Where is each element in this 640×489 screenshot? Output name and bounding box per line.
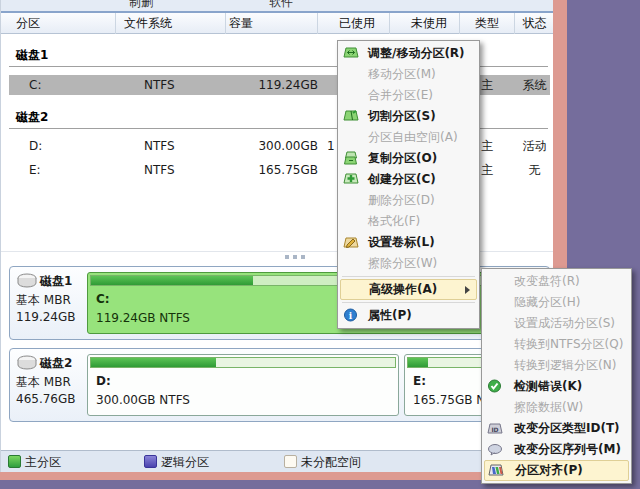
menu-item-wipe-partition: 擦除分区(W) xyxy=(338,253,479,274)
submenu-item-change-serial-number[interactable]: 改变分区序列号(M) xyxy=(482,439,631,460)
partition-block-label: D: xyxy=(96,374,111,388)
capacity-value: 165.75GB xyxy=(226,160,318,180)
menu-separator xyxy=(342,302,475,303)
menu-item-set-label[interactable]: 设置卷标(L) xyxy=(338,232,479,253)
toolbar-fragment[interactable]: 制删 xyxy=(129,0,153,11)
submenu-item-convert-logical: 转换到逻辑分区(N) xyxy=(482,355,631,376)
disk2-size: 465.76GB xyxy=(16,392,76,406)
submenu-item-check-errors[interactable]: 检测错误(K) xyxy=(482,376,631,397)
partition-name: E: xyxy=(29,160,41,180)
create-partition-icon xyxy=(343,172,359,186)
menu-item-merge-partition: 合并分区(E) xyxy=(338,85,479,106)
filesystem-value: NTFS xyxy=(144,160,175,180)
legend-label-unallocated: 未分配空间 xyxy=(301,451,361,473)
menu-item-resize-move[interactable]: 调整/移动分区(R) xyxy=(338,43,479,64)
disk-icon xyxy=(16,355,38,374)
disk1-size: 119.24GB xyxy=(16,310,76,324)
used-space-fill xyxy=(91,276,253,285)
table-header: 分区 文件系统 容量 已使用 未使用 类型 状态 xyxy=(1,13,554,34)
partition-align-icon xyxy=(488,464,504,478)
menu-item-format: 格式化(F) xyxy=(338,211,479,232)
disk2-title: 磁盘2 xyxy=(40,355,72,372)
menu-item-move-partition: 移动分区(M) xyxy=(338,64,479,85)
svg-text:ID: ID xyxy=(491,426,498,433)
column-header-unused[interactable]: 未使用 xyxy=(390,13,460,34)
column-header-capacity[interactable]: 容量 xyxy=(226,13,318,34)
legend-label-primary: 主分区 xyxy=(25,451,61,473)
usage-strip xyxy=(90,357,396,368)
svg-text:i: i xyxy=(349,311,353,321)
logical-partition-swatch xyxy=(144,455,157,468)
used-space-fill xyxy=(408,358,428,367)
submenu-item-partition-alignment[interactable]: 分区对齐(P) xyxy=(484,460,629,481)
submenu-item-wipe-data: 擦除数据(W) xyxy=(482,397,631,418)
menu-item-advanced-operations[interactable]: 高级操作(A) xyxy=(340,279,477,300)
used-value-partial: 1 xyxy=(327,136,335,156)
capacity-value: 300.00GB xyxy=(226,136,318,156)
column-header-used[interactable]: 已使用 xyxy=(318,13,390,34)
partition-block-detail: 119.24GB NTFS xyxy=(96,311,190,325)
menu-item-copy-partition[interactable]: 复制分区(O) xyxy=(338,148,479,169)
group-label-disk2: 磁盘2 xyxy=(16,108,48,126)
resize-partition-icon xyxy=(343,46,359,60)
group-label-disk1: 磁盘1 xyxy=(16,46,48,64)
disk2-bus: 基本 MBR xyxy=(16,374,71,391)
status-value: 活动 xyxy=(515,136,554,156)
status-value: 系统 xyxy=(515,75,554,95)
disk2-panel: 磁盘2 基本 MBR 465.76GB D: 300.00GB NTFS E: … xyxy=(9,348,550,422)
menu-item-delete-partition: 删除分区(D) xyxy=(338,190,479,211)
serial-number-icon xyxy=(487,442,503,456)
column-header-status[interactable]: 状态 xyxy=(515,13,554,34)
column-header-type[interactable]: 类型 xyxy=(460,13,515,34)
submenu-item-set-active: 设置成活动分区(S) xyxy=(482,313,631,334)
partition-block-detail: 300.00GB NTFS xyxy=(96,393,190,407)
legend-bar: 主分区 逻辑分区 未分配空间 xyxy=(1,450,554,472)
status-value: 无 xyxy=(515,160,554,180)
check-errors-icon xyxy=(487,379,503,393)
disk-icon xyxy=(16,273,38,292)
toolbar-clipped: 制删 软件 xyxy=(1,0,554,11)
partition-name: C: xyxy=(29,75,41,95)
partition-type-id-icon: ID xyxy=(487,421,503,435)
unallocated-swatch xyxy=(284,455,297,468)
copy-partition-icon xyxy=(343,151,359,165)
partition-block-label: E: xyxy=(413,374,426,388)
menu-separator xyxy=(342,276,475,277)
capacity-value: 119.24GB xyxy=(226,75,318,95)
menu-item-properties[interactable]: i 属性(P) xyxy=(338,305,479,326)
primary-partition-swatch xyxy=(8,455,21,468)
submenu-item-hide-partition: 隐藏分区(H) xyxy=(482,292,631,313)
filesystem-value: NTFS xyxy=(144,75,175,95)
properties-icon: i xyxy=(343,308,359,322)
submenu-arrow-icon xyxy=(465,286,470,294)
legend-label-logical: 逻辑分区 xyxy=(161,451,209,473)
set-label-icon xyxy=(343,235,359,249)
filesystem-value: NTFS xyxy=(144,136,175,156)
menu-item-split-partition[interactable]: 切割分区(S) xyxy=(338,106,479,127)
advanced-operations-submenu: 改变盘符(R) 隐藏分区(H) 设置成活动分区(S) 转换到NTFS分区(Q) … xyxy=(481,268,632,484)
submenu-item-change-drive-letter: 改变盘符(R) xyxy=(482,271,631,292)
column-header-filesystem[interactable]: 文件系统 xyxy=(116,13,226,34)
partition-context-menu: 调整/移动分区(R) 移动分区(M) 合并分区(E) 切割分区(S) 分区自由空… xyxy=(337,40,480,329)
column-header-partition[interactable]: 分区 xyxy=(9,13,116,34)
submenu-item-convert-ntfs: 转换到NTFS分区(Q) xyxy=(482,334,631,355)
partition-name: D: xyxy=(29,136,42,156)
submenu-item-change-type-id[interactable]: ID 改变分区类型ID(T) xyxy=(482,418,631,439)
disk1-bus: 基本 MBR xyxy=(16,292,71,309)
toolbar-fragment[interactable]: 软件 xyxy=(269,0,293,11)
used-space-fill xyxy=(91,358,216,367)
menu-item-free-space: 分区自由空间(A) xyxy=(338,127,479,148)
menu-item-create-partition[interactable]: 创建分区(C) xyxy=(338,169,479,190)
partition-block-label: C: xyxy=(96,292,110,306)
partition-block-d[interactable]: D: 300.00GB NTFS xyxy=(87,354,399,416)
disk1-title: 磁盘1 xyxy=(40,273,72,290)
split-partition-icon xyxy=(343,109,359,123)
